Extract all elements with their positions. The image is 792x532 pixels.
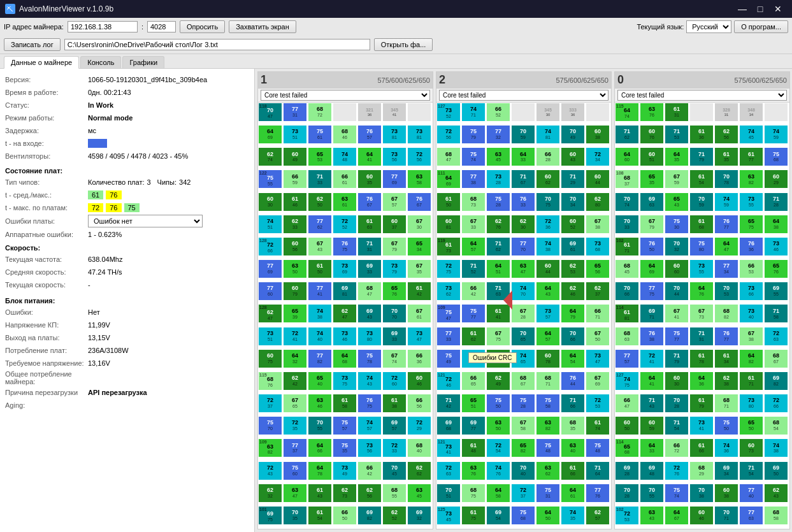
chip: 62 33 xyxy=(284,215,306,233)
chip: 69 82 xyxy=(765,372,788,390)
psu-consumption-row: Потребление плат: 236А/3108W xyxy=(5,345,249,356)
chip: 64 57 xyxy=(536,327,559,345)
chip: 66 65 xyxy=(462,372,485,390)
maximize-button[interactable]: □ xyxy=(751,0,769,18)
chip: 74 48 xyxy=(333,148,356,166)
board-1-status-select[interactable]: Core test failed xyxy=(261,90,430,101)
lang-label: Текущий язык: xyxy=(637,23,684,31)
left-arrow[interactable] xyxy=(503,291,512,311)
chip: 127 74 75 xyxy=(616,372,638,390)
chip: 64 69 xyxy=(259,126,282,143)
chip: 67 79 xyxy=(640,215,663,233)
chip: 71 62 xyxy=(487,238,510,255)
fans-label: Вентиляторы: xyxy=(5,152,88,160)
chip: 68 47 xyxy=(437,148,460,166)
version-value: 1066-50-19120301_d9f41bc_309b4ea xyxy=(88,76,207,83)
chip: 66 36 xyxy=(408,350,431,368)
chip: 65 76 xyxy=(765,260,788,278)
reboot-value: API перезагрузка xyxy=(88,389,147,396)
chip: 69 54 xyxy=(487,507,510,524)
chip: 60 56 xyxy=(487,350,510,368)
hw-errors-label: Аппаратные ошибки: xyxy=(5,231,88,238)
boards-count: 3 xyxy=(147,178,150,186)
board-0: 0 575/600/625/650 Core test failed 115 6… xyxy=(614,71,790,529)
cur-speed-row: Текущая скорость: - xyxy=(5,279,249,291)
board-2-freq: 575/600/625/650 xyxy=(556,76,608,84)
log-button[interactable]: Записать лог xyxy=(4,38,61,51)
chip: 115 68 76 xyxy=(259,372,282,390)
chip: 61 75 xyxy=(462,507,485,524)
cur-speed-value: - xyxy=(88,281,90,289)
chip: 66 61 xyxy=(333,170,356,188)
chip: 76 36 xyxy=(740,238,763,255)
chip: 62 42 xyxy=(284,372,306,390)
capture-button[interactable]: Захватить экран xyxy=(229,20,296,33)
toolbar: IP адрес майнера: : Опросить Захватить э… xyxy=(0,18,792,54)
chip: 64 38 xyxy=(765,215,788,233)
chip: 72 56 xyxy=(408,148,431,166)
chip: 76 57 xyxy=(358,126,381,143)
chip: 64 60 xyxy=(616,148,638,166)
chip: 77 31 xyxy=(284,103,306,121)
chip: 65 43 xyxy=(665,193,688,211)
chip: 119 61 73 xyxy=(437,238,460,255)
chip: 60 35 xyxy=(358,170,381,188)
chip: 60 38 xyxy=(715,484,738,502)
chip: 74 40 xyxy=(308,327,331,345)
chip: 67 61 xyxy=(408,305,431,322)
chip: 77 40 xyxy=(740,484,763,502)
chip: 72 41 xyxy=(284,327,306,345)
chip: 61 66 xyxy=(690,439,713,457)
chip: 60 43 xyxy=(561,148,584,166)
chip: 70 55 xyxy=(640,484,663,502)
board-2: 2 575/600/625/650 Core test failed 127 7… xyxy=(436,71,612,529)
tab-console[interactable]: Консоль xyxy=(80,56,121,68)
version-label: Версия: xyxy=(5,76,88,83)
open-file-button[interactable]: Открыть фа... xyxy=(374,38,433,51)
chip: 73 51 xyxy=(259,327,282,345)
chip: 72 63 xyxy=(437,462,460,480)
chip: 68 54 xyxy=(765,417,788,435)
poll-button[interactable]: Опросить xyxy=(180,20,225,33)
chip: 71 31 xyxy=(690,327,713,345)
psu-voltage-label: Напряжение КП: xyxy=(5,321,88,329)
close-button[interactable]: ✕ xyxy=(769,0,787,18)
reboot-label: Причина перезагрузки xyxy=(5,389,88,396)
chip: 321 36 xyxy=(358,103,381,121)
chip: 76 50 xyxy=(640,238,663,255)
hw-errors-value: 1 - 0.623% xyxy=(88,231,122,238)
minimize-button[interactable]: — xyxy=(733,0,751,18)
chip: 68 71 xyxy=(715,394,738,412)
chip: 70 66 xyxy=(616,282,638,300)
chip: 60 30 xyxy=(259,193,282,211)
chip: 64 57 xyxy=(462,238,485,255)
tab-miner-data[interactable]: Данные о майнере xyxy=(4,56,79,69)
chip: 102 72 53 xyxy=(616,507,638,524)
chip: 77 70 xyxy=(512,238,535,255)
port-input[interactable] xyxy=(147,21,176,32)
errors-dropdown[interactable]: Ошибок нет xyxy=(88,215,203,227)
chip: 76 38 xyxy=(640,327,663,345)
chip: 75 58 xyxy=(536,394,559,412)
uptime-value: 0дн. 00:21:43 xyxy=(88,89,131,96)
chip: 70 55 xyxy=(308,417,331,435)
board-2-status-select[interactable]: Core test failed xyxy=(439,90,608,101)
window-controls: — □ ✕ xyxy=(733,0,787,18)
chip: 62 38 xyxy=(715,372,738,390)
chip: 63 76 xyxy=(640,103,663,121)
chip: 68 73 xyxy=(462,193,485,211)
board-0-status-select[interactable]: Core test failed xyxy=(617,90,787,101)
chip: 71 66 xyxy=(561,394,584,412)
chip: 74 43 xyxy=(358,372,381,390)
chip: 70 59 xyxy=(690,193,713,211)
lang-select[interactable]: Русский xyxy=(686,20,731,33)
chip: 64 43 xyxy=(536,282,559,300)
chip: 60 81 xyxy=(437,215,460,233)
about-button[interactable]: О програм... xyxy=(734,20,788,33)
chip: 71 54 xyxy=(665,417,688,435)
log-path-input[interactable] xyxy=(64,39,370,50)
tabs: Данные о майнере Консоль Графики xyxy=(0,54,792,69)
tab-graphs[interactable]: Графики xyxy=(122,56,164,68)
ip-input[interactable] xyxy=(68,21,138,32)
chip: 62 37 xyxy=(586,282,609,300)
